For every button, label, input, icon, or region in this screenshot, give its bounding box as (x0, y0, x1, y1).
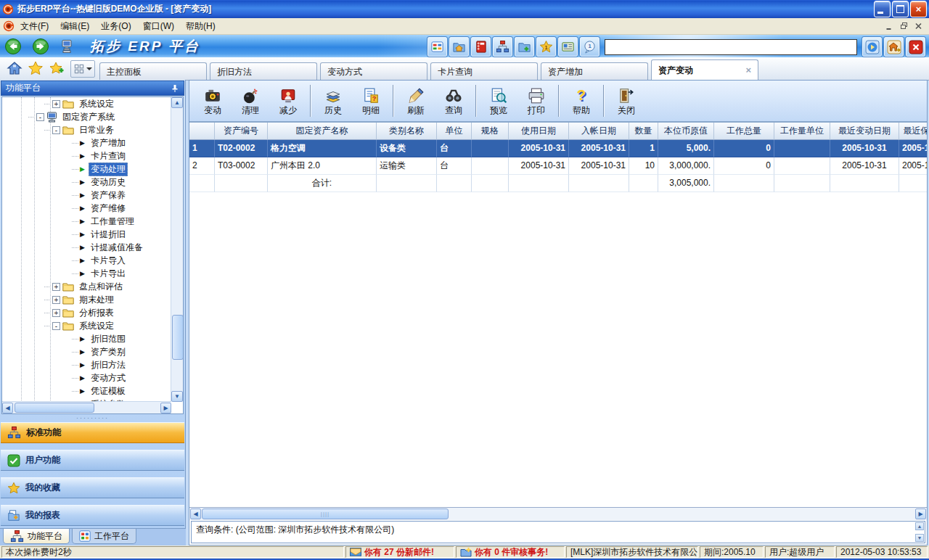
favorites-star-icon[interactable] (27, 59, 44, 77)
column-header-7[interactable]: 入帐日期 (569, 123, 629, 140)
menu-item-4[interactable]: 帮助(H) (180, 20, 221, 33)
tree-item[interactable]: -固定资产系统 (2, 110, 171, 123)
refresh-button[interactable]: 刷新 (397, 83, 435, 118)
tree-expand-toggle[interactable]: + (52, 309, 60, 317)
preview-button[interactable]: 预览 (480, 83, 517, 118)
tree-item[interactable]: ▶凭证模板 (2, 384, 171, 398)
tree-expand-toggle[interactable]: + (52, 100, 60, 108)
sidebar-splitter[interactable]: ········· (0, 414, 185, 422)
change-button[interactable]: 变动 (194, 83, 232, 118)
tree-expand-toggle[interactable]: + (52, 296, 60, 304)
column-header-8[interactable]: 数量 (629, 123, 658, 140)
tree-expand-toggle[interactable]: - (52, 322, 60, 330)
mdi-minimize-button[interactable] (884, 22, 894, 30)
tree-item[interactable]: ▶资产类别 (2, 345, 171, 358)
table-horizontal-scrollbar[interactable]: ◀ |||| ▶ (189, 507, 927, 520)
tree-item[interactable]: ▶折旧范围 (2, 332, 171, 345)
scroll-right-icon[interactable]: ▶ (160, 403, 171, 413)
scrollbar-thumb[interactable]: |||| (202, 508, 449, 519)
scroll-down-icon[interactable]: ▼ (171, 391, 183, 402)
close-button[interactable]: × (910, 1, 927, 17)
tab-4[interactable]: 资产增加 (541, 62, 648, 80)
mdi-close-button[interactable] (913, 22, 923, 30)
home-exit-button[interactable] (884, 37, 904, 57)
menu-item-0[interactable]: 文件(F) (15, 20, 54, 33)
tree-item[interactable]: ▶卡片导出 (2, 267, 171, 280)
menu-item-3[interactable]: 窗口(W) (137, 20, 180, 33)
tree-horizontal-scrollbar[interactable]: ◀ ▶ (2, 401, 171, 413)
modules-button[interactable] (427, 37, 447, 57)
tree-item[interactable]: +系统设定 (2, 97, 171, 110)
column-header-2[interactable]: 固定资产名称 (268, 123, 377, 140)
decrease-button[interactable]: 减少 (269, 83, 307, 118)
tree-item[interactable]: -系统设定 (2, 319, 171, 332)
minimize-button[interactable] (874, 1, 891, 17)
scrollbar-thumb[interactable] (172, 315, 184, 360)
column-header-13[interactable]: 最近保养 (899, 123, 927, 140)
scroll-left-icon[interactable]: ◀ (190, 508, 201, 519)
scroll-right-icon[interactable]: ▶ (915, 508, 926, 519)
tab-list-button[interactable] (70, 60, 95, 78)
orgchart-button[interactable] (493, 37, 512, 57)
close-button[interactable]: 关闭 (607, 83, 645, 118)
sidebar-panel-my-reports[interactable]: 我的报表 (1, 505, 184, 526)
tab-1[interactable]: 折旧方法 (210, 62, 317, 80)
close-red-button[interactable] (906, 37, 925, 57)
tree-item[interactable]: ▶计提减值准备 (2, 241, 171, 254)
tree-item[interactable]: ▶变动处理 (2, 162, 171, 176)
column-header-4[interactable]: 单位 (437, 123, 472, 140)
tab-close-icon[interactable]: × (745, 60, 751, 81)
go-button[interactable] (862, 37, 882, 57)
scroll-up-icon[interactable]: ▲ (171, 97, 183, 108)
tree-item[interactable]: ▶卡片查询 (2, 149, 171, 162)
detail-button[interactable]: ?明细 (352, 83, 390, 118)
add-favorite-icon[interactable] (48, 59, 65, 77)
clock-bubble-button[interactable]: 1 (580, 37, 599, 57)
column-header-9[interactable]: 本位币原值 (658, 123, 714, 140)
tree-item[interactable]: +期末处理 (2, 293, 171, 306)
tab-3[interactable]: 卡片查询 (430, 62, 538, 80)
column-header-0[interactable] (189, 123, 215, 140)
column-header-3[interactable]: 类别名称 (377, 123, 437, 140)
notebook-button[interactable] (471, 37, 491, 57)
tree-expand-toggle[interactable]: + (52, 283, 60, 291)
table-row[interactable]: 1T02-0002格力空调设备类台2005-10-312005-10-3115,… (189, 140, 927, 157)
sidebar-tab-work-platform[interactable]: 工作平台 (72, 529, 136, 544)
card-list-button[interactable] (558, 37, 578, 57)
column-header-5[interactable]: 规格 (472, 123, 509, 140)
tree-item[interactable]: ▶折旧方法 (2, 358, 171, 371)
sidebar-panel-standard-functions[interactable]: 标准功能 (1, 422, 184, 443)
folder-add-button[interactable] (515, 37, 534, 57)
tree-item[interactable]: +分析报表 (2, 306, 171, 319)
tree-item[interactable]: ▶工作量管理 (2, 215, 171, 228)
tree-vertical-scrollbar[interactable]: ▲ ▼ (171, 97, 183, 402)
forward-button[interactable] (32, 38, 49, 55)
tree-expand-toggle[interactable]: - (36, 113, 44, 121)
tree-item[interactable]: -日常业务 (2, 123, 171, 136)
column-header-11[interactable]: 工作量单位 (774, 123, 830, 140)
history-button[interactable]: 历史 (314, 83, 352, 118)
folder-home-button[interactable] (449, 37, 469, 57)
banner-input[interactable] (605, 39, 857, 55)
table-row[interactable]: 2T03-0002广州本田 2.0运输类台2005-10-312005-10-3… (189, 157, 927, 175)
tab-2[interactable]: 变动方式 (320, 62, 427, 80)
tree-expand-toggle[interactable]: - (52, 126, 60, 134)
scroll-left-icon[interactable]: ◀ (2, 403, 13, 413)
mdi-restore-button[interactable] (899, 22, 909, 30)
tree-item[interactable]: ▶变动历史 (2, 176, 171, 189)
tree-item[interactable]: ▶变动方式 (2, 371, 171, 384)
tree-item[interactable]: ▶资产保养 (2, 189, 171, 202)
tree-item[interactable]: ▶资产维修 (2, 202, 171, 215)
sidebar-panel-my-favorites[interactable]: 我的收藏 (1, 477, 184, 498)
scrollbar-thumb[interactable] (15, 403, 94, 413)
print-button[interactable]: 打印 (517, 83, 555, 118)
sidebar-tab-function-platform[interactable]: 功能平台 (3, 529, 70, 544)
pin-icon[interactable] (171, 84, 179, 93)
help-button[interactable]: ??帮助 (562, 83, 600, 118)
column-header-1[interactable]: 资产编号 (215, 123, 268, 140)
query-button[interactable]: 查询 (435, 83, 472, 118)
tree-item[interactable]: ▶卡片导入 (2, 254, 171, 267)
column-header-12[interactable]: 最近变动日期 (830, 123, 899, 140)
column-header-6[interactable]: 使用日期 (509, 123, 569, 140)
tab-5[interactable]: 资产变动× (651, 59, 758, 80)
